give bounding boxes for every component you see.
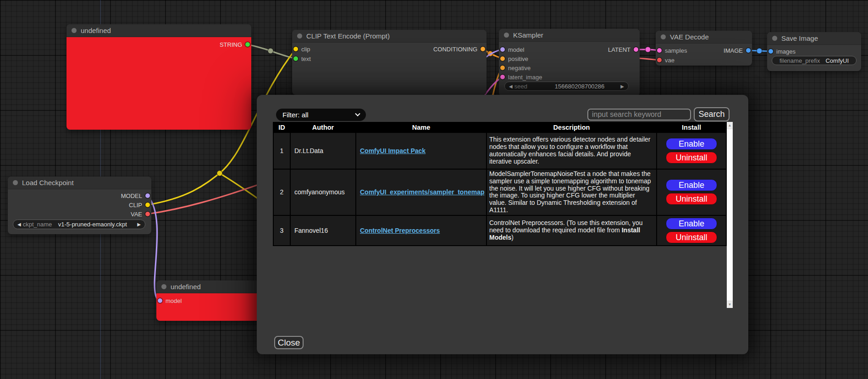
extension-table: ID Author Name Description Install 1 Dr.… bbox=[273, 122, 727, 246]
scrollbar-thumb[interactable] bbox=[727, 129, 733, 301]
table-row: 2 comfyanonymous ComfyUI_experiments/sam… bbox=[273, 169, 726, 215]
cell-author: Dr.Lt.Data bbox=[290, 132, 356, 169]
table-header-row: ID Author Name Description Install bbox=[273, 122, 726, 132]
uninstall-button[interactable]: Uninstall bbox=[666, 152, 717, 164]
extension-link[interactable]: ComfyUI Impact Pack bbox=[360, 147, 426, 154]
node-collapse-dot[interactable] bbox=[772, 36, 777, 41]
chevron-down-icon bbox=[355, 111, 360, 116]
node-title: VAE Decode bbox=[670, 33, 709, 41]
input-slot-samples[interactable] bbox=[657, 48, 662, 53]
output-label: STRING bbox=[220, 41, 242, 48]
cell-id: 3 bbox=[273, 215, 290, 246]
error-node-body: STRING bbox=[66, 37, 251, 130]
node-collapse-dot[interactable] bbox=[661, 34, 666, 39]
uninstall-button[interactable]: Uninstall bbox=[666, 231, 717, 243]
output-slot-vae[interactable] bbox=[145, 212, 150, 216]
input-slot-model[interactable] bbox=[158, 298, 162, 303]
cell-description: This extension offers various detector n… bbox=[487, 132, 657, 169]
node-ksampler[interactable]: KSampler model positive negative latent_… bbox=[499, 29, 640, 96]
decrement-arrow-icon[interactable]: ◀ bbox=[505, 84, 514, 89]
node-clip-text-encode[interactable]: CLIP Text Encode (Prompt) clip text COND… bbox=[292, 30, 487, 95]
close-button[interactable]: Close bbox=[274, 336, 304, 349]
extension-table-container: ID Author Name Description Install 1 Dr.… bbox=[273, 122, 733, 308]
node-title: Save Image bbox=[781, 34, 818, 42]
node-collapse-dot[interactable] bbox=[161, 284, 166, 289]
extension-link[interactable]: ComfyUI_experiments/sampler_tonemap bbox=[360, 188, 485, 196]
cell-description: ControlNet Preprocessors. (To use this e… bbox=[487, 215, 657, 246]
input-slot-text[interactable] bbox=[293, 56, 298, 61]
reroute-dot[interactable] bbox=[268, 48, 273, 54]
filter-selected-value: Filter: all bbox=[282, 111, 309, 119]
input-slot-images[interactable] bbox=[768, 49, 773, 54]
column-header-name: Name bbox=[356, 122, 487, 132]
cell-description: ModelSamplerTonemapNoiseTest a node that… bbox=[487, 169, 657, 215]
input-slot-negative[interactable] bbox=[500, 66, 505, 70]
output-label: IMAGE bbox=[724, 47, 743, 54]
output-label: VAE bbox=[131, 211, 142, 218]
node-undefined-bottom[interactable]: undefined model bbox=[156, 280, 261, 321]
enable-button[interactable]: Enable bbox=[666, 218, 717, 230]
input-slot-vae[interactable] bbox=[657, 58, 662, 62]
uninstall-button[interactable]: Uninstall bbox=[666, 193, 717, 205]
column-header-author: Author bbox=[290, 122, 356, 132]
output-slot-string[interactable] bbox=[245, 42, 250, 47]
input-label: negative bbox=[508, 65, 531, 71]
scroll-up-icon[interactable]: ▲ bbox=[727, 122, 733, 129]
reroute-dot[interactable] bbox=[217, 170, 222, 176]
ckpt-name-widget[interactable]: ◀ ckpt_name v1-5-pruned-emaonly.ckpt ▶ bbox=[13, 220, 145, 229]
input-slot-positive[interactable] bbox=[500, 56, 505, 61]
node-title: KSampler bbox=[513, 31, 543, 39]
node-collapse-dot[interactable] bbox=[297, 33, 302, 38]
cell-id: 2 bbox=[273, 169, 290, 215]
output-slot-clip[interactable] bbox=[145, 203, 150, 207]
node-collapse-dot[interactable] bbox=[13, 180, 18, 185]
input-label: samples bbox=[665, 47, 687, 54]
node-vae-decode[interactable]: VAE Decode samples vae IMAGE bbox=[656, 31, 752, 66]
node-collapse-dot[interactable] bbox=[72, 28, 77, 33]
output-slot-image[interactable] bbox=[746, 48, 751, 53]
node-undefined-top[interactable]: undefined STRING bbox=[66, 24, 251, 130]
cell-id: 1 bbox=[273, 132, 290, 169]
input-label: positive bbox=[508, 55, 528, 62]
widget-value: ComfyUI bbox=[825, 57, 849, 64]
output-slot-model[interactable] bbox=[145, 193, 150, 198]
extension-link[interactable]: ControlNet Preprocessors bbox=[360, 227, 440, 234]
reroute-dot[interactable] bbox=[645, 47, 651, 52]
input-slot-clip[interactable] bbox=[293, 47, 298, 51]
output-label: CLIP bbox=[129, 202, 142, 209]
output-slot-conditioning[interactable] bbox=[481, 47, 485, 51]
seed-widget[interactable]: ◀ seed 156680208700286 ▶ bbox=[504, 82, 629, 91]
widget-value: 156680208700286 bbox=[555, 83, 604, 90]
search-button[interactable]: Search bbox=[694, 107, 730, 121]
cell-author: comfyanonymous bbox=[290, 169, 356, 215]
input-slot-model[interactable] bbox=[500, 47, 505, 52]
search-input[interactable] bbox=[587, 109, 691, 121]
input-label: model bbox=[166, 297, 182, 304]
column-header-install: Install bbox=[657, 122, 726, 132]
node-collapse-dot[interactable] bbox=[504, 33, 509, 38]
input-slot-latent-image[interactable] bbox=[500, 75, 505, 79]
node-title: Load Checkpoint bbox=[22, 179, 74, 187]
reroute-dot[interactable] bbox=[757, 48, 762, 54]
column-header-description: Description bbox=[487, 122, 657, 132]
input-label: model bbox=[508, 46, 524, 53]
scroll-down-icon[interactable]: ▼ bbox=[727, 301, 733, 308]
enable-button[interactable]: Enable bbox=[666, 138, 717, 150]
increment-arrow-icon[interactable]: ▶ bbox=[616, 84, 628, 89]
node-title: undefined bbox=[81, 27, 111, 34]
filter-select[interactable]: Filter: all bbox=[276, 109, 366, 121]
input-label: text bbox=[301, 55, 311, 62]
next-arrow-icon[interactable]: ▶ bbox=[133, 222, 145, 227]
comfyui-workspace: undefined STRING CLIP Text Encode (Promp… bbox=[0, 0, 868, 379]
node-title: undefined bbox=[171, 283, 201, 291]
filename-prefix-widget[interactable]: filename_prefix ComfyUI bbox=[772, 56, 857, 65]
output-label: CONDITIONING bbox=[433, 46, 477, 53]
enable-button[interactable]: Enable bbox=[666, 179, 717, 191]
prev-arrow-icon[interactable]: ◀ bbox=[13, 222, 23, 227]
output-label: LATENT bbox=[608, 46, 630, 53]
extension-manager-dialog: Filter: all Search ID Author Name Descri… bbox=[257, 95, 748, 354]
table-scrollbar[interactable]: ▲ ▼ bbox=[727, 122, 733, 308]
node-save-image[interactable]: Save Image images filename_prefix ComfyU… bbox=[767, 32, 861, 71]
node-load-checkpoint[interactable]: Load Checkpoint MODEL CLIP VAE ◀ ckpt_na… bbox=[8, 176, 151, 234]
output-slot-latent[interactable] bbox=[634, 47, 638, 52]
